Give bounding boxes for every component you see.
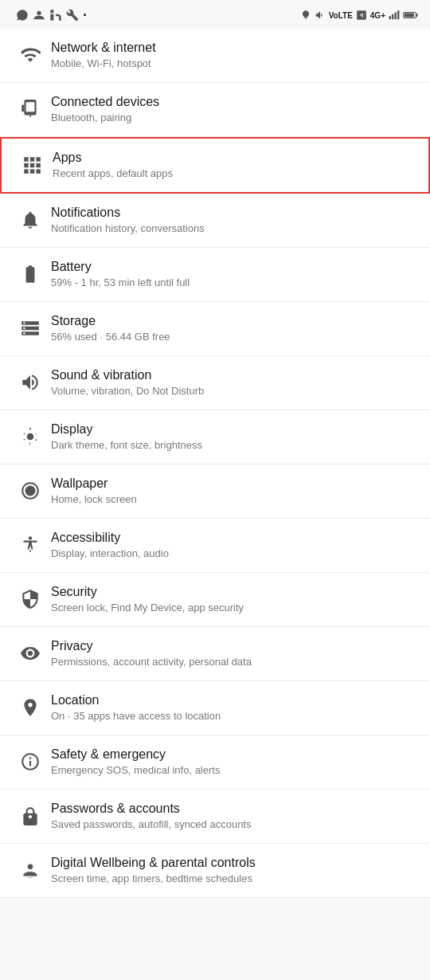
battery-icon (403, 10, 419, 21)
item-subtitle-battery: 59% - 1 hr, 53 min left until full (51, 276, 417, 290)
settings-item-notifications[interactable]: Notifications Notification history, conv… (0, 194, 430, 248)
item-subtitle-connected: Bluetooth, pairing (51, 111, 417, 125)
item-subtitle-sound: Volume, vibration, Do Not Disturb (51, 384, 417, 398)
linkedin-icon (49, 9, 62, 22)
svg-point-21 (25, 486, 36, 496)
signal-icon (389, 10, 400, 21)
item-text-sound: Sound & vibration Volume, vibration, Do … (48, 367, 417, 398)
item-text-wallpaper: Wallpaper Home, lock screen (48, 476, 417, 507)
status-left-icons: · (16, 7, 87, 24)
settings-list: Network & internet Mobile, Wi-Fi, hotspo… (0, 29, 430, 898)
battery-icon (13, 264, 48, 284)
devices-icon (13, 99, 48, 120)
item-title-connected: Connected devices (51, 94, 417, 111)
settings-item-display[interactable]: Display Dark theme, font size, brightnes… (0, 410, 430, 465)
settings-item-battery[interactable]: Battery 59% - 1 hr, 53 min left until fu… (0, 248, 430, 302)
item-subtitle-safety: Emergency SOS, medical info, alerts (51, 763, 417, 778)
nfc-icon (356, 10, 367, 21)
item-text-location: Location On · 35 apps have access to loc… (48, 692, 417, 723)
item-text-wellbeing: Digital Wellbeing & parental controls Sc… (48, 855, 417, 886)
item-title-accessibility: Accessibility (51, 530, 417, 547)
volte-icon: VoLTE (329, 11, 353, 20)
settings-item-safety[interactable]: Safety & emergency Emergency SOS, medica… (0, 735, 430, 790)
svg-point-23 (28, 864, 33, 870)
security-icon (13, 589, 48, 610)
settings-item-network[interactable]: Network & internet Mobile, Wi-Fi, hotspo… (0, 29, 430, 83)
display-icon (13, 426, 48, 447)
item-text-connected: Connected devices Bluetooth, pairing (48, 94, 417, 125)
svg-rect-9 (416, 14, 417, 17)
item-title-wallpaper: Wallpaper (51, 476, 417, 492)
item-subtitle-notifications: Notification history, conversations (51, 221, 417, 236)
svg-rect-13 (36, 158, 40, 162)
svg-rect-4 (392, 14, 393, 19)
snapchat-icon (33, 9, 45, 22)
item-subtitle-passwords: Saved passwords, autofill, synced accoun… (51, 817, 417, 832)
item-title-location: Location (51, 692, 417, 709)
item-title-display: Display (51, 421, 417, 438)
wifi-icon (13, 45, 48, 65)
item-text-accessibility: Accessibility Display, interaction, audi… (48, 530, 417, 561)
item-subtitle-location: On · 35 apps have access to location (51, 709, 417, 723)
svg-rect-10 (22, 105, 24, 112)
item-title-storage: Storage (51, 313, 417, 330)
settings-item-location[interactable]: Location On · 35 apps have access to loc… (0, 681, 430, 735)
svg-rect-19 (36, 170, 40, 174)
settings-item-sound[interactable]: Sound & vibration Volume, vibration, Do … (0, 356, 430, 410)
svg-rect-3 (389, 16, 391, 19)
settings-item-apps[interactable]: Apps Recent apps, default apps (0, 137, 430, 194)
settings-item-passwords[interactable]: Passwords & accounts Saved passwords, au… (0, 790, 430, 844)
item-subtitle-network: Mobile, Wi-Fi, hotspot (51, 57, 417, 71)
safety-icon (13, 751, 48, 772)
settings-item-accessibility[interactable]: Accessibility Display, interaction, audi… (0, 519, 430, 573)
svg-point-22 (29, 537, 32, 540)
item-subtitle-accessibility: Display, interaction, audio (51, 547, 417, 561)
svg-point-0 (37, 11, 41, 15)
svg-rect-11 (24, 158, 28, 162)
item-text-storage: Storage 56% used · 56.44 GB free (48, 313, 417, 344)
settings-item-wallpaper[interactable]: Wallpaper Home, lock screen (0, 465, 430, 519)
location-icon (13, 697, 48, 718)
item-title-passwords: Passwords & accounts (51, 801, 417, 817)
accessibility-icon (13, 535, 48, 555)
svg-rect-12 (30, 158, 34, 162)
svg-rect-5 (395, 13, 397, 20)
settings-item-wellbeing[interactable]: Digital Wellbeing & parental controls Sc… (0, 844, 430, 898)
item-title-security: Security (51, 584, 417, 601)
settings-item-security[interactable]: Security Screen lock, Find My Device, ap… (0, 573, 430, 627)
item-text-passwords: Passwords & accounts Saved passwords, au… (48, 801, 417, 832)
passwords-icon (13, 806, 48, 826)
item-subtitle-security: Screen lock, Find My Device, app securit… (51, 601, 417, 615)
volume-icon (315, 10, 326, 21)
item-text-network: Network & internet Mobile, Wi-Fi, hotspo… (48, 40, 417, 71)
alarm-icon (300, 10, 311, 21)
svg-rect-14 (24, 163, 28, 167)
item-title-wellbeing: Digital Wellbeing & parental controls (51, 855, 417, 872)
item-subtitle-wellbeing: Screen time, app timers, bedtime schedul… (51, 872, 417, 886)
svg-rect-1 (50, 10, 53, 13)
item-subtitle-storage: 56% used · 56.44 GB free (51, 330, 417, 344)
item-title-privacy: Privacy (51, 638, 417, 655)
item-subtitle-display: Dark theme, font size, brightness (51, 438, 417, 453)
item-text-display: Display Dark theme, font size, brightnes… (48, 421, 417, 453)
item-text-notifications: Notifications Notification history, conv… (48, 205, 417, 236)
item-title-network: Network & internet (51, 40, 417, 57)
item-title-sound: Sound & vibration (51, 367, 417, 384)
svg-rect-6 (397, 10, 399, 19)
item-text-privacy: Privacy Permissions, account activity, p… (48, 638, 417, 669)
svg-rect-8 (405, 14, 414, 18)
whatsapp-icon (16, 9, 29, 22)
settings-item-connected[interactable]: Connected devices Bluetooth, pairing (0, 83, 430, 137)
wallpaper-icon (13, 480, 48, 501)
svg-rect-2 (50, 14, 53, 21)
item-title-apps: Apps (53, 150, 416, 167)
item-title-notifications: Notifications (51, 205, 417, 221)
item-text-apps: Apps Recent apps, default apps (49, 150, 416, 181)
item-subtitle-privacy: Permissions, account activity, personal … (51, 655, 417, 669)
svg-rect-15 (30, 163, 34, 167)
settings-item-privacy[interactable]: Privacy Permissions, account activity, p… (0, 627, 430, 681)
privacy-icon (13, 643, 48, 664)
settings-item-storage[interactable]: Storage 56% used · 56.44 GB free (0, 302, 430, 356)
item-subtitle-apps: Recent apps, default apps (53, 167, 416, 181)
status-bar: · VoLTE 4G+ (0, 0, 430, 29)
